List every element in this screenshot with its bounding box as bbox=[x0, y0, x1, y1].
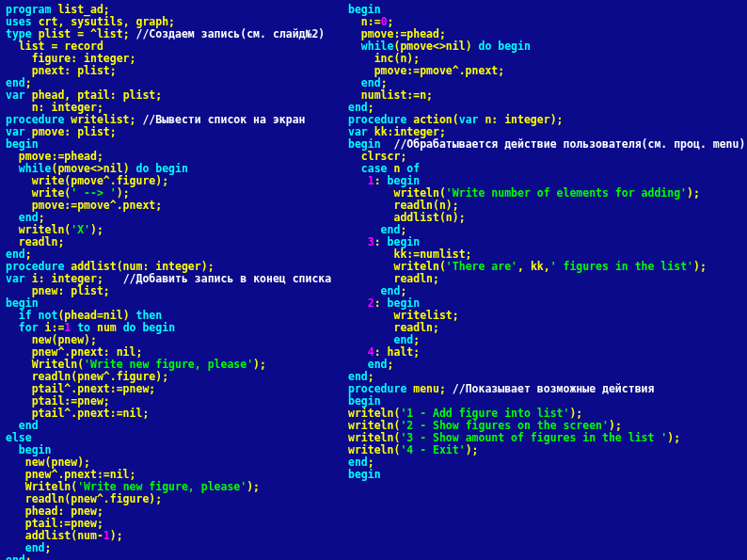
code-left: program list_ad; uses crt, sysutils, gra… bbox=[6, 4, 363, 560]
code-right: begin n:=0; pmove:=phead; while(pmove<>n… bbox=[348, 4, 743, 481]
code-column-left: program list_ad; uses crt, sysutils, gra… bbox=[6, 4, 363, 560]
code-column-right: begin n:=0; pmove:=phead; while(pmove<>n… bbox=[348, 4, 743, 481]
